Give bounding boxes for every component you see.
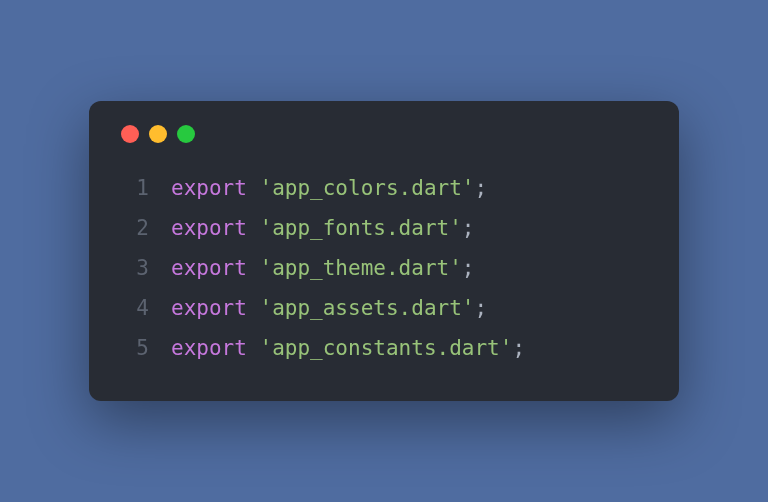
keyword-token: export (171, 329, 247, 369)
keyword-token: export (171, 289, 247, 329)
maximize-icon[interactable] (177, 125, 195, 143)
punct-token: ; (462, 209, 475, 249)
keyword-token: export (171, 249, 247, 289)
string-token: 'app_fonts.dart' (260, 209, 462, 249)
code-block: 1 export 'app_colors.dart'; 2 export 'ap… (121, 169, 647, 368)
code-line: 5 export 'app_constants.dart'; (121, 329, 647, 369)
code-window: 1 export 'app_colors.dart'; 2 export 'ap… (89, 101, 679, 400)
punct-token: ; (462, 249, 475, 289)
code-line: 2 export 'app_fonts.dart'; (121, 209, 647, 249)
string-token: 'app_theme.dart' (260, 249, 462, 289)
code-line: 3 export 'app_theme.dart'; (121, 249, 647, 289)
string-token: 'app_colors.dart' (260, 169, 475, 209)
keyword-token: export (171, 209, 247, 249)
string-token: 'app_assets.dart' (260, 289, 475, 329)
minimize-icon[interactable] (149, 125, 167, 143)
window-controls (121, 125, 647, 143)
line-number: 2 (121, 209, 149, 249)
line-number: 4 (121, 289, 149, 329)
line-number: 5 (121, 329, 149, 369)
close-icon[interactable] (121, 125, 139, 143)
line-number: 1 (121, 169, 149, 209)
code-line: 1 export 'app_colors.dart'; (121, 169, 647, 209)
keyword-token: export (171, 169, 247, 209)
punct-token: ; (512, 329, 525, 369)
code-line: 4 export 'app_assets.dart'; (121, 289, 647, 329)
punct-token: ; (474, 169, 487, 209)
line-number: 3 (121, 249, 149, 289)
string-token: 'app_constants.dart' (260, 329, 513, 369)
punct-token: ; (474, 289, 487, 329)
